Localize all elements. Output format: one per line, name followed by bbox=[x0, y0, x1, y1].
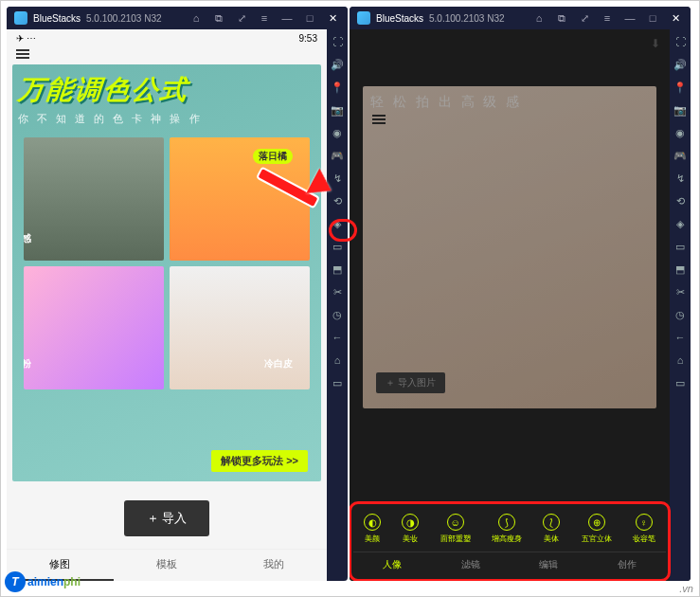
portrait-title: 轻 松 拍 出 高 级 感 bbox=[370, 94, 649, 111]
back-icon[interactable]: ← bbox=[673, 331, 687, 344]
status-bar: ✈ ⋯ 9:53 bbox=[7, 29, 327, 47]
tool-6[interactable]: ♀妆容笔 bbox=[633, 514, 655, 544]
location-icon[interactable]: ◈ bbox=[673, 217, 687, 230]
pin-icon[interactable]: 📍 bbox=[673, 81, 687, 94]
close-icon[interactable]: ✕ bbox=[668, 10, 683, 26]
fullscreen-icon[interactable]: ⛶ bbox=[331, 35, 344, 48]
app-version: 5.0.100.2103 N32 bbox=[429, 13, 505, 24]
tool-icon: ◐ bbox=[364, 514, 381, 531]
camera-icon[interactable]: 📷 bbox=[331, 103, 344, 117]
gamepad-icon[interactable]: 🎮 bbox=[331, 149, 344, 162]
menu-icon[interactable]: ≡ bbox=[257, 10, 272, 26]
unlock-button[interactable]: 解锁更多玩法 >> bbox=[211, 450, 308, 472]
camera-icon[interactable]: 📷 bbox=[673, 103, 687, 117]
recent-icon[interactable]: ▭ bbox=[673, 376, 687, 389]
watermark-badge-icon: T bbox=[5, 571, 26, 592]
status-time: 9:53 bbox=[299, 33, 317, 44]
portrait-preview[interactable]: 轻 松 拍 出 高 级 感 ＋ 导入图片 bbox=[363, 86, 656, 408]
promo-subtitle: 你 不 知 道 的 色 卡 神 操 作 bbox=[18, 112, 315, 126]
volume-icon[interactable]: 🔊 bbox=[673, 58, 687, 71]
tool-label: 增高瘦身 bbox=[492, 534, 522, 544]
titlebar: BlueStacks 5.0.100.2103 N32 ⌂⧉⤢≡—□✕ bbox=[7, 7, 348, 29]
record-icon[interactable]: ◉ bbox=[331, 126, 344, 139]
tool-icon: ♀ bbox=[636, 514, 653, 531]
folder-icon[interactable]: ▭ bbox=[331, 240, 344, 253]
maximize-icon[interactable]: □ bbox=[302, 10, 317, 26]
minimize-icon[interactable]: — bbox=[279, 10, 295, 26]
fullscreen-icon[interactable]: ⛶ bbox=[673, 35, 687, 48]
tool-2[interactable]: ☺面部重塑 bbox=[440, 514, 471, 544]
home-icon[interactable]: ⌂ bbox=[188, 10, 204, 26]
minimize-icon[interactable]: — bbox=[622, 10, 637, 26]
promo-cell-2[interactable]: 落日橘 bbox=[170, 137, 310, 261]
menu-icon[interactable]: ≡ bbox=[600, 10, 615, 26]
tool-0[interactable]: ◐美颜 bbox=[364, 514, 381, 544]
bluestacks-logo-icon bbox=[14, 11, 27, 25]
tool-5[interactable]: ⊕五官立体 bbox=[582, 514, 612, 544]
right-bluestacks-window: BlueStacks 5.0.100.2103 N32 ⌂⧉⤢≡—□✕ ⬇ 轻 … bbox=[350, 7, 691, 581]
copy-icon[interactable]: ⧉ bbox=[554, 10, 569, 26]
promo-cell-1[interactable]: 电影感 bbox=[24, 137, 164, 261]
watermark: T aimienphi bbox=[5, 571, 81, 592]
clock-icon[interactable]: ◷ bbox=[673, 308, 687, 321]
tool-icon: ◑ bbox=[402, 514, 419, 531]
tool-3[interactable]: ⟆增高瘦身 bbox=[492, 514, 522, 544]
promo-card[interactable]: 万能调色公式 你 不 知 道 的 色 卡 神 操 作 电影感 落日橘 樱花粉 冷… bbox=[12, 64, 321, 481]
home-icon[interactable]: ⌂ bbox=[531, 10, 547, 26]
recent-icon[interactable]: ▭ bbox=[331, 376, 344, 389]
location-icon[interactable]: ◈ bbox=[331, 217, 344, 230]
expand-icon[interactable]: ⤢ bbox=[234, 10, 249, 26]
category-2[interactable]: 编辑 bbox=[539, 558, 558, 571]
tool-icon: ☺ bbox=[447, 514, 464, 531]
expand-icon[interactable]: ⤢ bbox=[577, 10, 592, 26]
status-icons: ✈ ⋯ bbox=[16, 33, 36, 44]
apk-icon[interactable]: ⬒ bbox=[331, 262, 344, 276]
left-bluestacks-window: BlueStacks 5.0.100.2103 N32 ⌂⧉⤢≡—□✕ ✈ ⋯ … bbox=[7, 7, 348, 581]
close-icon[interactable]: ✕ bbox=[325, 10, 340, 26]
category-1[interactable]: 滤镜 bbox=[461, 558, 480, 571]
tab-mine[interactable]: 我的 bbox=[220, 550, 327, 581]
rotate-icon[interactable]: ⟲ bbox=[673, 194, 687, 208]
app-version: 5.0.100.2103 N32 bbox=[86, 13, 162, 24]
maximize-icon[interactable]: □ bbox=[645, 10, 660, 26]
gamepad-icon[interactable]: 🎮 bbox=[673, 149, 687, 162]
shake-icon[interactable]: ↯ bbox=[331, 172, 344, 185]
tab-template[interactable]: 模板 bbox=[114, 550, 221, 581]
screenshot-icon[interactable]: ✂ bbox=[331, 285, 344, 298]
home2-icon[interactable]: ⌂ bbox=[331, 353, 344, 367]
folder-icon[interactable]: ▭ bbox=[673, 240, 687, 253]
tool-icon: ⟆ bbox=[498, 514, 515, 531]
promo-cell-3[interactable]: 樱花粉 bbox=[24, 266, 164, 389]
vn-text: .vn bbox=[679, 583, 693, 594]
home2-icon[interactable]: ⌂ bbox=[673, 353, 687, 367]
copy-icon[interactable]: ⧉ bbox=[211, 10, 226, 26]
screenshot-icon[interactable]: ✂ bbox=[673, 285, 687, 298]
tool-4[interactable]: ⟅美体 bbox=[543, 514, 560, 544]
tool-label: 美颜 bbox=[365, 534, 380, 544]
promo-cell-4[interactable]: 冷白皮 bbox=[170, 266, 310, 389]
category-3[interactable]: 创作 bbox=[618, 558, 637, 571]
pin-icon[interactable]: 📍 bbox=[331, 81, 344, 94]
bluestacks-logo-icon bbox=[357, 11, 370, 25]
tool-label: 美妆 bbox=[403, 534, 418, 544]
apk-icon[interactable]: ⬒ bbox=[673, 262, 687, 276]
category-0[interactable]: 人像 bbox=[383, 558, 402, 571]
app-name: BlueStacks bbox=[33, 13, 81, 24]
tool-1[interactable]: ◑美妆 bbox=[402, 514, 419, 544]
titlebar: BlueStacks 5.0.100.2103 N32 ⌂⧉⤢≡—□✕ bbox=[350, 7, 691, 29]
sidebar: ⛶🔊📍📷◉🎮↯⟲◈▭⬒✂◷←⌂▭ bbox=[327, 29, 348, 581]
tool-label: 五官立体 bbox=[582, 534, 612, 544]
clock-icon[interactable]: ◷ bbox=[331, 308, 344, 321]
back-icon[interactable]: ← bbox=[331, 331, 344, 344]
shake-icon[interactable]: ↯ bbox=[673, 172, 687, 185]
hamburger-icon[interactable] bbox=[16, 49, 317, 59]
record-icon[interactable]: ◉ bbox=[673, 126, 687, 139]
promo-title: 万能调色公式 bbox=[16, 72, 316, 108]
sidebar: ⛶🔊📍📷◉🎮↯⟲◈▭⬒✂◷←⌂▭ bbox=[670, 29, 691, 581]
import-button[interactable]: ＋ 导入 bbox=[124, 500, 210, 536]
volume-icon[interactable]: 🔊 bbox=[331, 58, 344, 71]
hamburger-icon[interactable] bbox=[372, 115, 386, 124]
import-photo-button[interactable]: ＋ 导入图片 bbox=[376, 372, 445, 393]
rotate-icon[interactable]: ⟲ bbox=[331, 194, 344, 208]
download-icon[interactable]: ⬇ bbox=[651, 37, 660, 50]
